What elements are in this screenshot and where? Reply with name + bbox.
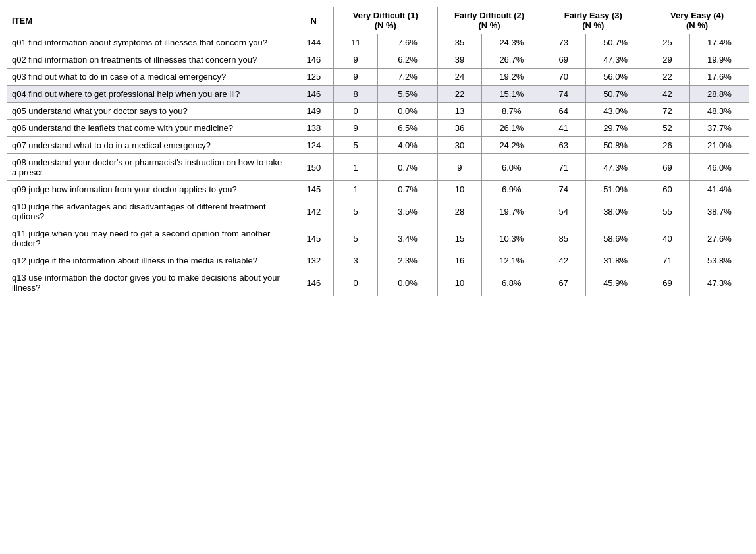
item-fd-pct: 15.1% [482,86,541,103]
table-row: q11 judge when you may need to get a sec… [7,225,749,252]
item-fd-pct: 19.2% [482,69,541,86]
item-fd-pct: 12.1% [482,252,541,269]
item-vd-n: 5 [333,198,378,225]
item-n: 146 [294,51,333,69]
item-ve-n: 25 [645,34,690,51]
item-fd-n: 30 [437,137,482,154]
item-vd-n: 5 [333,225,378,252]
table-row: q02 find information on treatments of il… [7,51,749,69]
item-vd-n: 1 [333,154,378,181]
item-fd-pct: 6.9% [482,181,541,198]
item-fd-n: 16 [437,252,482,269]
item-ve-pct: 41.4% [689,181,749,198]
item-fd-pct: 24.2% [482,137,541,154]
item-fe-n: 64 [541,103,586,120]
item-ve-n: 71 [645,252,690,269]
item-ve-n: 69 [645,154,690,181]
item-ve-n: 26 [645,137,690,154]
item-text: q03 find out what to do in case of a med… [7,69,294,86]
item-fe-pct: 31.8% [586,252,645,269]
item-fe-n: 67 [541,269,586,296]
item-text: q13 use information the doctor gives you… [7,269,294,296]
item-text: q05 understand what your doctor says to … [7,103,294,120]
item-fe-n: 71 [541,154,586,181]
item-n: 142 [294,198,333,225]
item-fd-n: 35 [437,34,482,51]
table-row: q08 understand your doctor's or pharmaci… [7,154,749,181]
header-vd: Very Difficult (1)(N %) [333,7,437,34]
item-vd-n: 0 [333,103,378,120]
item-text: q01 find information about symptoms of i… [7,34,294,51]
item-fd-pct: 24.3% [482,34,541,51]
header-ve: Very Easy (4)(N %) [645,7,749,34]
item-n: 145 [294,181,333,198]
item-ve-n: 55 [645,198,690,225]
item-ve-n: 22 [645,69,690,86]
item-text: q04 find out where to get professional h… [7,86,294,103]
item-n: 146 [294,269,333,296]
table-row: q03 find out what to do in case of a med… [7,69,749,86]
item-fe-pct: 50.8% [586,137,645,154]
item-text: q12 judge if the information about illne… [7,252,294,269]
item-text: q10 judge the advantages and disadvantag… [7,198,294,225]
item-vd-n: 3 [333,252,378,269]
item-ve-n: 52 [645,120,690,137]
item-ve-n: 69 [645,269,690,296]
item-text: q11 judge when you may need to get a sec… [7,225,294,252]
item-vd-pct: 5.5% [378,86,437,103]
item-vd-n: 1 [333,181,378,198]
item-ve-pct: 19.9% [689,51,749,69]
item-ve-n: 40 [645,225,690,252]
item-fe-pct: 43.0% [586,103,645,120]
table-row: q06 understand the leaflets that come wi… [7,120,749,137]
item-fe-n: 42 [541,252,586,269]
item-fe-pct: 29.7% [586,120,645,137]
item-vd-pct: 0.0% [378,269,437,296]
table-row: q13 use information the doctor gives you… [7,269,749,296]
item-vd-n: 11 [333,34,378,51]
item-fe-n: 70 [541,69,586,86]
table-row: q01 find information about symptoms of i… [7,34,749,51]
item-fd-pct: 8.7% [482,103,541,120]
item-vd-pct: 4.0% [378,137,437,154]
item-fd-pct: 10.3% [482,225,541,252]
header-fe: Fairly Easy (3)(N %) [541,7,645,34]
item-n: 125 [294,69,333,86]
item-fd-n: 36 [437,120,482,137]
item-vd-n: 5 [333,137,378,154]
item-n: 132 [294,252,333,269]
item-ve-pct: 48.3% [689,103,749,120]
item-fd-n: 10 [437,269,482,296]
item-ve-pct: 28.8% [689,86,749,103]
item-n: 145 [294,225,333,252]
item-fe-pct: 56.0% [586,69,645,86]
item-fe-n: 73 [541,34,586,51]
item-fd-n: 28 [437,198,482,225]
table-row: q12 judge if the information about illne… [7,252,749,269]
item-fd-n: 39 [437,51,482,69]
item-vd-pct: 6.2% [378,51,437,69]
item-ve-pct: 27.6% [689,225,749,252]
item-fd-pct: 19.7% [482,198,541,225]
item-fe-pct: 50.7% [586,86,645,103]
item-text: q08 understand your doctor's or pharmaci… [7,154,294,181]
item-fd-n: 22 [437,86,482,103]
item-fe-pct: 47.3% [586,154,645,181]
item-vd-n: 0 [333,269,378,296]
data-table: ITEM N Very Difficult (1)(N %) Fairly Di… [7,7,749,296]
item-ve-pct: 17.6% [689,69,749,86]
item-fe-n: 63 [541,137,586,154]
item-vd-pct: 0.7% [378,154,437,181]
item-n: 146 [294,86,333,103]
table-row: q07 understand what to do in a medical e… [7,137,749,154]
item-vd-pct: 0.7% [378,181,437,198]
item-ve-pct: 46.0% [689,154,749,181]
item-ve-n: 72 [645,103,690,120]
item-vd-pct: 7.6% [378,34,437,51]
item-fe-n: 41 [541,120,586,137]
item-n: 144 [294,34,333,51]
item-vd-n: 9 [333,120,378,137]
item-fe-n: 85 [541,225,586,252]
item-fd-n: 15 [437,225,482,252]
item-fd-pct: 26.7% [482,51,541,69]
